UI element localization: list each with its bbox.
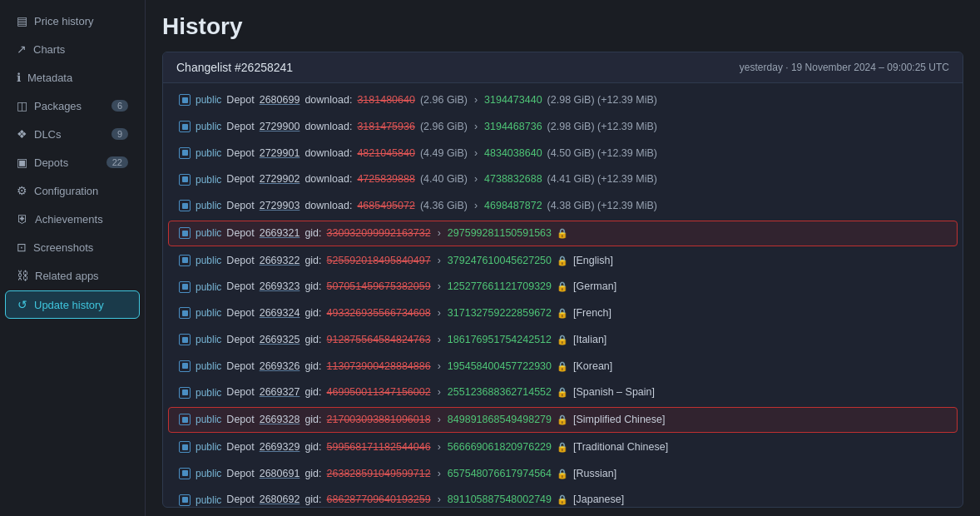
depot-lang-2669326: [Korean] [573,359,612,375]
depot-icon-2669328[interactable] [179,414,191,425]
configuration-icon: ⚙ [17,184,27,197]
depot-new-val-2669322: 379247610045627250 [448,253,552,269]
depot-id-2729901[interactable]: 2729901 [260,146,300,161]
changelist-panel: Changelist #26258241 yesterday · 19 Nove… [162,52,963,508]
depot-arrow-2669321: › [438,226,441,241]
depot-id-2680691[interactable]: 2680691 [260,466,300,482]
depot-public-2669326: public [196,359,221,374]
depot-arrow-2729902: › [474,171,478,187]
depot-id-2680692[interactable]: 2680692 [260,492,300,507]
depot-icon-2669324[interactable] [179,307,191,319]
sidebar-item-achievements[interactable]: ⛨Achievements [5,206,140,232]
depot-lang-2669322: [English] [573,253,613,269]
depot-size-old-2729902: (4.40 GiB) [420,171,468,187]
sidebar-item-depots[interactable]: ▣Depots22 [5,149,140,176]
sidebar-item-dlcs[interactable]: ❖DLCs9 [5,121,140,147]
depot-old-val-2669326: 113073900428884886 [327,359,431,375]
depot-arrow-2680699: › [474,92,478,108]
depot-key-2669327: gid: [304,385,321,400]
depot-label-2669321: Depot [226,226,254,241]
dlcs-icon: ❖ [17,127,27,141]
depot-icon-2680691[interactable] [179,468,191,479]
depot-id-2669325[interactable]: 2669325 [260,332,300,348]
depot-id-2729902[interactable]: 2729902 [260,171,300,187]
depot-arrow-2729900: › [474,119,478,135]
depot-id-2669328[interactable]: 2669328 [260,412,300,428]
depot-size-new-2729902: (4.41 GiB) (+12.39 MiB) [547,171,657,187]
depot-icon-2669329[interactable] [179,441,191,453]
depot-key-2680699: download: [304,92,352,108]
depot-lang-2669327: [Spanish – Spain] [573,385,655,400]
depot-icon-2680699[interactable] [179,94,191,106]
depot-icon-2669327[interactable] [179,387,191,399]
depot-lang-2680691: [Russian] [573,466,616,482]
depot-key-2680692: gid: [304,492,321,507]
depot-icon-2669321[interactable] [179,227,191,239]
depot-id-2669321[interactable]: 2669321 [260,226,300,241]
depot-id-2669323[interactable]: 2669323 [260,279,300,295]
depot-icon-2729903[interactable] [179,200,191,211]
depot-new-val-2729900: 3194468736 [484,119,542,135]
sidebar-item-metadata[interactable]: ℹMetadata [5,64,140,91]
depot-icon-2680692[interactable] [179,494,191,506]
depot-row-2669325: publicDepot2669325gid:912875564584824763… [168,327,958,353]
lock-icon-2669321: 🔒 [557,226,568,241]
depot-new-val-2669326: 195458400457722930 [448,359,552,375]
sidebar-item-price-history[interactable]: ▤Price history [5,7,140,34]
lock-icon-2669327: 🔒 [557,385,568,399]
depot-lang-2669329: [Traditional Chinese] [573,439,668,455]
depot-icon-2669323[interactable] [179,281,191,293]
depot-key-2669325: gid: [304,332,321,348]
depot-id-2729900[interactable]: 2729900 [260,119,300,135]
depot-icon-2729900[interactable] [179,121,191,132]
lock-icon-2669326: 🔒 [557,360,568,374]
sidebar-label-related-apps: Related apps [35,270,99,282]
depot-label-2729902: Depot [226,171,254,187]
depot-public-2680691: public [196,466,221,481]
depot-row-2729901: publicDepot2729901download:4821045840 (4… [168,141,958,166]
depot-label-2680692: Depot [226,492,254,507]
sidebar-item-screenshots[interactable]: ⊡Screenshots [5,234,140,260]
depot-arrow-2669323: › [438,279,441,295]
depot-arrow-2669325: › [438,332,441,348]
depot-key-2680691: gid: [304,466,321,482]
depot-old-val-2680699: 3181480640 [357,92,415,108]
depot-public-2669329: public [196,439,221,454]
sidebar-label-price-history: Price history [34,15,94,27]
sidebar-item-related-apps[interactable]: ⛓Related apps [5,262,140,289]
depot-old-val-2669325: 912875564584824763 [327,332,431,348]
sidebar-label-achievements: Achievements [35,213,103,226]
page-title: History [162,13,963,40]
depot-icon-2669322[interactable] [179,255,191,266]
depot-id-2680699[interactable]: 2680699 [260,92,300,108]
depot-row-2669321: publicDepot2669321gid:330932099992163732… [168,221,958,246]
depot-icon-2729902[interactable] [179,174,191,186]
depot-icon-2669325[interactable] [179,334,191,345]
depot-icon-2669326[interactable] [179,360,191,372]
depot-public-2669325: public [196,332,221,347]
badge-packages: 6 [111,100,128,112]
sidebar-item-update-history[interactable]: ↺Update history [5,290,140,319]
depot-key-2729901: download: [304,146,352,161]
depot-id-2669327[interactable]: 2669327 [260,385,300,400]
depot-id-2669329[interactable]: 2669329 [260,439,300,455]
depot-id-2669322[interactable]: 2669322 [260,253,300,269]
sidebar-item-configuration[interactable]: ⚙Configuration [5,177,140,204]
depot-label-2729901: Depot [226,146,254,161]
depot-old-val-2669327: 469950011347156002 [327,385,431,400]
depot-public-2669322: public [196,253,221,268]
depot-id-2669324[interactable]: 2669324 [260,305,300,321]
sidebar-item-charts[interactable]: ↗Charts [5,36,140,62]
depot-row-2729902: publicDepot2729902download:4725839888 (4… [168,166,958,192]
depot-public-2669324: public [196,305,221,320]
sidebar-label-metadata: Metadata [27,72,72,84]
depot-old-val-2729901: 4821045840 [357,146,415,161]
depot-id-2669326[interactable]: 2669326 [260,359,300,375]
depot-id-2729903[interactable]: 2729903 [260,198,300,214]
lock-icon-2669328: 🔒 [557,413,568,427]
sidebar-label-packages: Packages [34,100,82,112]
sidebar-item-packages[interactable]: ◫Packages6 [5,92,140,119]
depot-icon-2729901[interactable] [179,147,191,159]
packages-icon: ◫ [17,99,27,112]
depot-key-2669328: gid: [304,412,321,428]
